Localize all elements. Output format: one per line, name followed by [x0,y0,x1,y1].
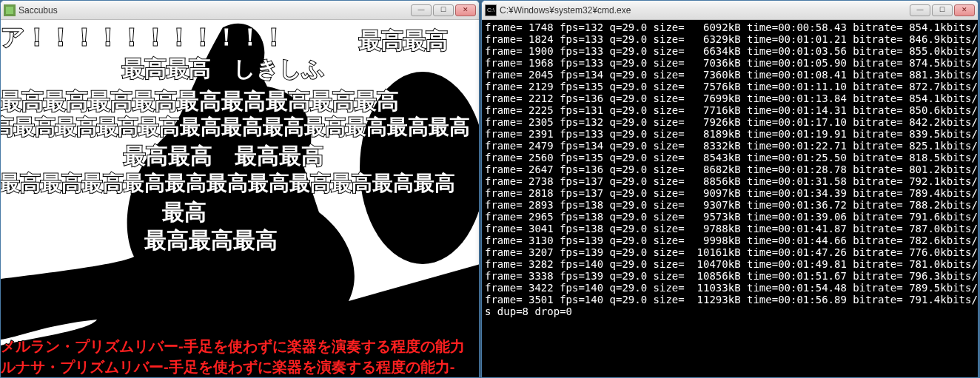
close-button[interactable]: ✕ [455,4,476,16]
window-title: Saccubus [19,5,411,16]
pianist-silhouette [1,20,479,377]
saccubus-titlebar[interactable]: Saccubus — ☐ ✕ [1,1,479,20]
saccubus-window: Saccubus — ☐ ✕ ア！！！！！！！！！！！最高最高最高最高 しきしふ… [0,0,480,378]
cmd-titlebar[interactable]: C:\ C:¥Windows¥system32¥cmd.exe — ☐ ✕ [482,1,978,20]
terminal-area[interactable]: frame= 1748 fps=132 q=29.0 size= 6092kB … [482,20,978,377]
maximize-button[interactable]: ☐ [433,4,454,16]
maximize-button[interactable]: ☐ [932,4,953,16]
minimize-button[interactable]: — [411,4,432,16]
video-area: ア！！！！！！！！！！！最高最高最高最高 しきしふ最高最高最高最高最高最高最高最… [1,20,479,377]
cmd-icon: C:\ [485,4,497,16]
window-title: C:¥Windows¥system32¥cmd.exe [500,5,910,16]
close-button[interactable]: ✕ [954,4,975,16]
minimize-button[interactable]: — [910,4,930,16]
cmd-window: C:\ C:¥Windows¥system32¥cmd.exe — ☐ ✕ fr… [481,0,979,378]
terminal-output: frame= 1748 fps=132 q=29.0 size= 6092kB … [485,21,978,376]
svg-rect-1 [6,7,13,14]
app-icon [4,4,16,16]
